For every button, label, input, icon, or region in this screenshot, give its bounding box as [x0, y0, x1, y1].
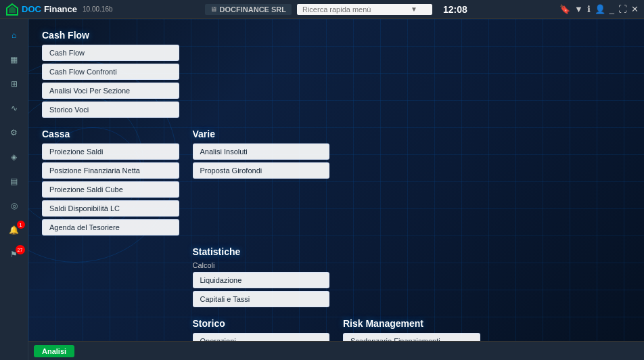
clock: 12:08 [443, 4, 467, 15]
sidebar-item-home[interactable]: ⌂ [2, 24, 26, 46]
search-input[interactable] [302, 5, 411, 14]
sidebar-item-tag[interactable]: ◈ [2, 146, 26, 168]
topbar-actions: 🔖 ▼ ℹ 👤 _ ⛶ ✕ [559, 4, 639, 14]
section-varie: Varie Analisi Insoluti Proposta Girofond… [193, 129, 330, 238]
home-icon: ⌂ [12, 30, 16, 40]
section-storico-title: Storico [193, 318, 330, 329]
menu-item-proposta-girofondi[interactable]: Proposta Girofondi [193, 162, 330, 179]
close-icon[interactable]: ✕ [631, 4, 639, 14]
sidebar-item-flag[interactable]: ⚑ 27 [2, 244, 26, 265]
sidebar-item-location[interactable]: ◎ [2, 195, 26, 217]
search-dropdown-icon: ▼ [411, 5, 417, 13]
logo-icon [5, 3, 19, 16]
bottombar: Analisi [28, 341, 644, 360]
main-content: Cash Flow Cash Flow Cash Flow Confronti … [28, 19, 644, 360]
flag-badge: 27 [16, 245, 25, 254]
location-icon: ◎ [11, 201, 18, 210]
section-calcoli-subtitle: Calcoli [193, 261, 330, 269]
logo: DOCFinance 10.00.16b [5, 3, 113, 16]
menu-item-posizione-finanziaria[interactable]: Posizione Finanziaria Netta [42, 162, 179, 179]
maximize-icon[interactable]: ⛶ [618, 4, 627, 14]
section-risk-title: Risk Management [343, 318, 480, 329]
menu-item-liquidazione[interactable]: Liquidazione [193, 272, 330, 288]
user-icon[interactable]: 👤 [595, 4, 605, 14]
menu-grid: Cash Flow Cash Flow Cash Flow Confronti … [28, 19, 644, 360]
menu-item-proiezione-saldi[interactable]: Proiezione Saldi [42, 143, 179, 160]
section-cassa: Cassa Proiezione Saldi Posizione Finanzi… [42, 129, 179, 238]
menu-item-cash-flow[interactable]: Cash Flow [42, 45, 179, 61]
sidebar: ⌂ ▦ ⊞ ∿ ⚙ ◈ ▤ ◎ 🔔 1 ⚑ 27 [0, 19, 28, 360]
sidebar-item-calendar[interactable]: ▦ [2, 49, 26, 70]
chart-icon: ∿ [11, 104, 18, 113]
sidebar-item-settings[interactable]: ⚙ [2, 122, 26, 143]
section-cash-flow-title: Cash Flow [42, 30, 179, 41]
menu-item-agenda-tesoriere[interactable]: Agenda del Tesoriere [42, 219, 179, 235]
sidebar-item-grid[interactable]: ⊞ [2, 73, 26, 95]
settings-icon: ⚙ [10, 128, 18, 137]
section-cassa-title: Cassa [42, 129, 179, 139]
section-cash-flow: Cash Flow Cash Flow Cash Flow Confronti … [42, 30, 179, 120]
grid-icon: ⊞ [11, 79, 18, 89]
reports-icon: ▤ [10, 177, 18, 186]
dropdown-icon[interactable]: ▼ [574, 4, 583, 14]
section-varie-title: Varie [193, 129, 330, 139]
tag-icon: ◈ [11, 152, 17, 162]
logo-finance: Finance [44, 4, 77, 14]
menu-item-analisi-voci[interactable]: Analisi Voci Per Sezione [42, 83, 179, 99]
sidebar-item-reports[interactable]: ▤ [2, 171, 26, 192]
sidebar-item-alert[interactable]: 🔔 1 [2, 219, 26, 241]
logo-version: 10.00.16b [83, 5, 113, 13]
menu-item-analisi-insoluti[interactable]: Analisi Insoluti [193, 143, 330, 160]
section-statistiche-title: Statistiche [193, 246, 330, 257]
menu-item-capitali-tassi[interactable]: Capitali e Tassi [193, 291, 330, 307]
company-icon: 🖥 [210, 5, 217, 13]
topbar: DOCFinance 10.00.16b 🖥 DOCFINANCE SRL ▼ … [0, 0, 644, 19]
bookmark-icon[interactable]: 🔖 [559, 4, 570, 14]
calendar-icon: ▦ [10, 55, 18, 64]
company-selector[interactable]: 🖥 DOCFINANCE SRL [205, 4, 292, 15]
menu-item-cash-flow-confronti[interactable]: Cash Flow Confronti [42, 64, 179, 80]
menu-item-saldi-disponibilita[interactable]: Saldi Disponibilità LC [42, 200, 179, 217]
company-name: DOCFINANCE SRL [220, 5, 286, 14]
info-icon[interactable]: ℹ [587, 4, 591, 14]
search-box[interactable]: ▼ [297, 4, 432, 15]
minimize-icon[interactable]: _ [610, 4, 614, 14]
menu-item-proiezione-saldi-cube[interactable]: Proiezione Saldi Cube [42, 181, 179, 198]
menu-item-storico-voci[interactable]: Storico Voci [42, 102, 179, 118]
layout: ⌂ ▦ ⊞ ∿ ⚙ ◈ ▤ ◎ 🔔 1 ⚑ 27 [0, 19, 644, 360]
analisi-button[interactable]: Analisi [34, 345, 74, 357]
alert-badge: 1 [17, 221, 25, 229]
logo-doc: DOC [22, 4, 41, 14]
sidebar-item-chart[interactable]: ∿ [2, 97, 26, 119]
section-statistiche: Statistiche Calcoli Liquidazione Capital… [193, 246, 330, 310]
svg-marker-1 [9, 6, 16, 13]
topbar-center: 🖥 DOCFINANCE SRL ▼ 12:08 [118, 4, 554, 15]
